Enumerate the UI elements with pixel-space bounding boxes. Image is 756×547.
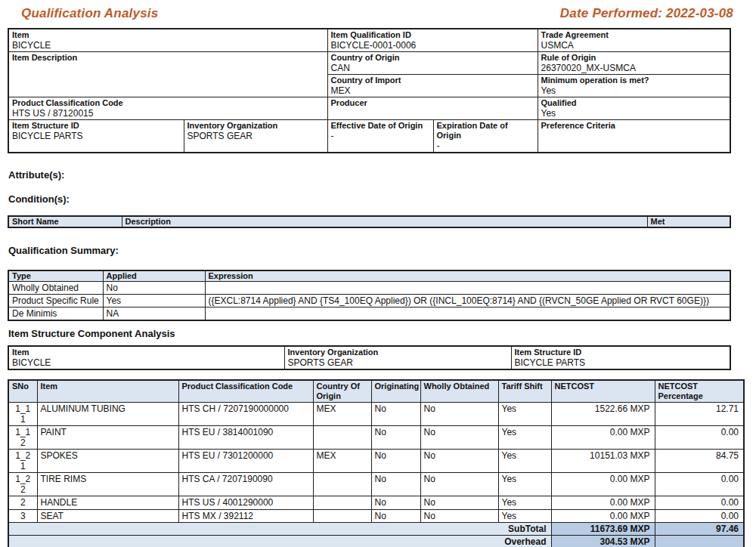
footer-netcost-percentage-cell bbox=[655, 536, 744, 547]
field-value: CAN bbox=[331, 63, 534, 73]
expression-cell bbox=[205, 307, 730, 321]
field-value: - bbox=[331, 131, 430, 141]
country-of-import-cell: Country of Import MEX bbox=[327, 75, 538, 97]
field-label: Item Structure ID bbox=[515, 348, 727, 357]
footer-netcost-percentage-cell: 97.46 bbox=[655, 523, 744, 536]
item-structure-id-cell: Item Structure ID BICYCLE PARTS bbox=[511, 346, 730, 369]
netcost-header: NETCOST bbox=[551, 380, 655, 403]
sno-cell: 3 bbox=[8, 510, 37, 523]
item-qualification-id-cell: Item Qualification ID BICYCLE-0001-0006 bbox=[327, 29, 538, 52]
field-value: BICYCLE-0001-0006 bbox=[331, 40, 534, 51]
netcost-cell: 0.00 MXP bbox=[551, 496, 655, 510]
field-value: 26370020_MX-USMCA bbox=[541, 63, 727, 73]
component-row: 1_1 1ALUMINUM TUBINGHTS CH / 72071900000… bbox=[8, 403, 744, 426]
field-label: Item bbox=[12, 30, 324, 40]
originating-cell: No bbox=[371, 426, 420, 450]
table-header-row: SNo Item Product Classification Code Cou… bbox=[8, 380, 744, 403]
originating-header: Originating bbox=[371, 380, 420, 403]
table-row: Wholly Obtained No bbox=[8, 282, 730, 295]
sno-cell: 1_1 1 bbox=[8, 403, 37, 426]
component-info-table: Item BICYCLE Inventory Organization SPOR… bbox=[8, 345, 731, 370]
component-row: 1_1 2PAINTHTS EU / 3814001090NoNoYes0.00… bbox=[8, 426, 744, 450]
field-label: Item bbox=[12, 348, 281, 357]
netcost-percentage-cell: 0.00 bbox=[655, 510, 744, 523]
qualification-summary-heading: Qualification Summary: bbox=[0, 245, 756, 256]
netcost-cell: 0.00 MXP bbox=[551, 510, 655, 523]
field-label: Item Structure ID bbox=[12, 121, 181, 131]
field-value: BICYCLE PARTS bbox=[515, 357, 727, 368]
table-header-row: Short Name Description Met bbox=[8, 216, 730, 227]
country-of-origin-cell: MEX bbox=[313, 450, 371, 473]
item-cell: ALUMINUM TUBING bbox=[37, 403, 178, 426]
table-row: Item Description Country of Origin CAN R… bbox=[8, 52, 730, 75]
country-of-origin-cell bbox=[313, 496, 371, 510]
classification-code-cell: HTS US / 4001290000 bbox=[178, 496, 313, 510]
country-of-origin-cell bbox=[313, 473, 371, 496]
wholly-obtained-cell: No bbox=[420, 510, 498, 523]
field-value: HTS US / 87120015 bbox=[12, 108, 324, 119]
field-value: SPORTS GEAR bbox=[187, 131, 324, 141]
type-cell: Wholly Obtained bbox=[8, 282, 103, 295]
type-cell: De Minimis bbox=[8, 307, 103, 321]
field-label: Minimum operation is met? bbox=[541, 76, 727, 85]
short-name-header: Short Name bbox=[8, 216, 122, 227]
wholly-obtained-header: Wholly Obtained bbox=[420, 380, 498, 403]
netcost-percentage-cell: 84.75 bbox=[655, 450, 744, 473]
sno-cell: 1_1 2 bbox=[8, 426, 37, 450]
wholly-obtained-cell: No bbox=[420, 473, 498, 496]
footer-label-cell: Overhead bbox=[8, 536, 551, 547]
trade-agreement-cell: Trade Agreement USMCA bbox=[538, 29, 730, 52]
wholly-obtained-cell: No bbox=[420, 496, 498, 510]
field-value: Yes bbox=[541, 108, 727, 119]
tariff-shift-cell: Yes bbox=[498, 426, 551, 450]
item-cell: Item BICYCLE bbox=[8, 346, 284, 369]
netcost-cell: 10151.03 MXP bbox=[551, 450, 655, 473]
product-classification-code-header: Product Classification Code bbox=[178, 380, 313, 403]
netcost-cell: 0.00 MXP bbox=[551, 426, 655, 450]
field-value: SPORTS GEAR bbox=[288, 357, 508, 368]
field-label: Item Qualification ID bbox=[331, 30, 534, 40]
field-value: BICYCLE bbox=[12, 40, 324, 51]
footer-netcost-cell: 11673.69 MXP bbox=[551, 523, 655, 536]
classification-code-cell: HTS CA / 7207190090 bbox=[178, 473, 313, 496]
component-footer-row: SubTotal11673.69 MXP97.46 bbox=[8, 523, 744, 536]
originating-cell: No bbox=[371, 473, 420, 496]
qualified-cell: Qualified Yes bbox=[538, 97, 730, 120]
table-row: Item Structure ID BICYCLE PARTS Inventor… bbox=[8, 120, 730, 153]
field-label: Producer bbox=[331, 98, 534, 108]
wholly-obtained-cell: No bbox=[420, 426, 498, 450]
tariff-shift-cell: Yes bbox=[498, 496, 551, 510]
item-cell: HANDLE bbox=[37, 496, 178, 510]
applied-cell: NA bbox=[103, 307, 205, 321]
field-value: BICYCLE bbox=[12, 357, 281, 368]
component-row: 3SEATHTS MX / 392112NoNoYes0.00 MXP0.00 bbox=[8, 510, 744, 523]
table-row: Product Classification Code HTS US / 871… bbox=[8, 97, 730, 120]
attributes-heading: Attribute(s): bbox=[0, 169, 756, 181]
field-label: Country of Import bbox=[331, 76, 534, 85]
inventory-organization-cell: Inventory Organization SPORTS GEAR bbox=[184, 120, 327, 153]
country-of-origin-cell: MEX bbox=[313, 403, 371, 426]
tariff-shift-cell: Yes bbox=[498, 403, 551, 426]
field-label: Trade Agreement bbox=[541, 30, 727, 40]
netcost-cell: 1522.66 MXP bbox=[551, 403, 655, 426]
expression-header: Expression bbox=[205, 270, 730, 282]
originating-cell: No bbox=[371, 496, 420, 510]
table-row: Item BICYCLE Item Qualification ID BICYC… bbox=[8, 29, 730, 52]
field-label: Inventory Organization bbox=[187, 121, 324, 131]
item-cell: TIRE RIMS bbox=[37, 473, 178, 496]
netcost-percentage-header: NETCOST Percentage bbox=[655, 380, 744, 403]
type-cell: Product Specific Rule bbox=[8, 295, 103, 307]
minimum-operation-cell: Minimum operation is met? Yes bbox=[538, 75, 730, 97]
rule-of-origin-cell: Rule of Origin 26370020_MX-USMCA bbox=[538, 52, 730, 75]
field-value: BICYCLE PARTS bbox=[12, 131, 181, 141]
field-label: Qualified bbox=[541, 98, 727, 108]
met-header: Met bbox=[647, 216, 730, 227]
field-label: Rule of Origin bbox=[541, 53, 727, 63]
item-description-cell: Item Description bbox=[8, 52, 327, 97]
wholly-obtained-cell: No bbox=[420, 450, 498, 473]
component-footer-row: Overhead304.53 MXP bbox=[8, 536, 744, 547]
type-header: Type bbox=[8, 270, 103, 282]
conditions-table: Short Name Description Met bbox=[8, 215, 731, 228]
field-label: Effective Date of Origin bbox=[331, 121, 430, 131]
item-cell: SPOKES bbox=[37, 450, 178, 473]
